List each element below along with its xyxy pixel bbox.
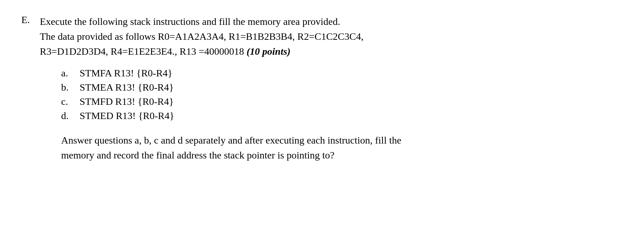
sub-item-letter-a: a. (61, 68, 74, 79)
answer-section: Answer questions a, b, c and d separatel… (61, 133, 623, 163)
sub-item-letter-d: d. (61, 110, 74, 122)
sub-item-content-d: STMED R13! {R0-R4} (80, 110, 174, 122)
sub-item-a: a. STMFA R13! {R0-R4} (61, 68, 623, 79)
sub-item-d: d. STMED R13! {R0-R4} (61, 110, 623, 122)
title-line3-text: R3=D1D2D3D4, R4=E1E2E3E4., R13 =40000018 (40, 46, 244, 57)
title-line1: Execute the following stack instructions… (40, 14, 623, 29)
answer-line1: Answer questions a, b, c and d separatel… (61, 133, 623, 148)
question-container: E. Execute the following stack instructi… (21, 14, 623, 164)
question-body: Execute the following stack instructions… (40, 14, 623, 163)
sub-item-content-b: STMEA R13! {R0-R4} (80, 82, 174, 93)
question-letter: E. (21, 14, 36, 163)
points-label: (10 points) (247, 46, 291, 57)
sub-item-c: c. STMFD R13! {R0-R4} (61, 96, 623, 107)
sub-item-content-c: STMFD R13! {R0-R4} (80, 96, 174, 107)
sub-item-letter-c: c. (61, 96, 74, 107)
answer-line2: memory and record the final address the … (61, 148, 623, 163)
question-header: E. Execute the following stack instructi… (21, 14, 623, 163)
sub-item-letter-b: b. (61, 82, 74, 93)
title-line3: R3=D1D2D3D4, R4=E1E2E3E4., R13 =40000018… (40, 44, 623, 59)
sub-items-list: a. STMFA R13! {R0-R4} b. STMEA R13! {R0-… (61, 68, 623, 122)
title-line2: The data provided as follows R0=A1A2A3A4… (40, 29, 623, 44)
question-title: Execute the following stack instructions… (40, 14, 623, 59)
sub-item-b: b. STMEA R13! {R0-R4} (61, 82, 623, 93)
sub-item-content-a: STMFA R13! {R0-R4} (80, 68, 172, 79)
